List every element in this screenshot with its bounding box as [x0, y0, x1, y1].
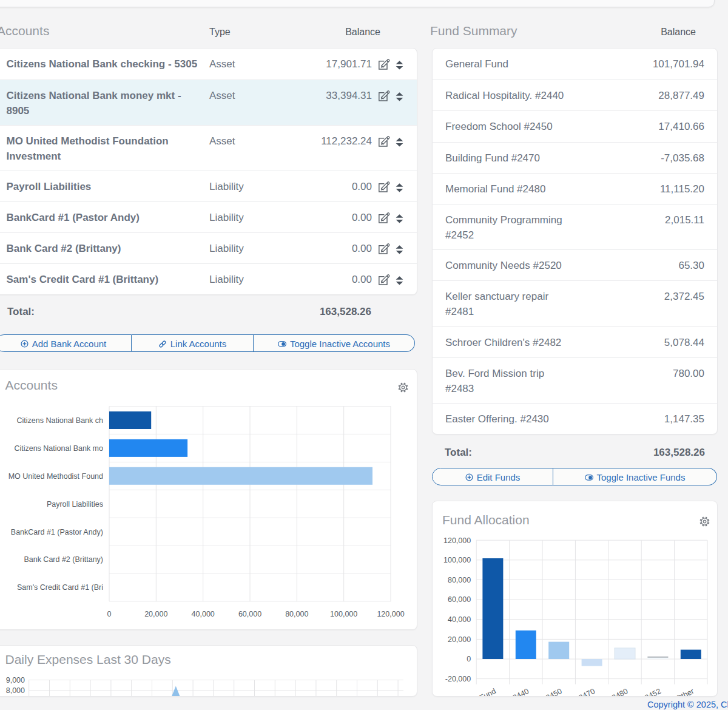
- svg-text:MO United Methodist Found: MO United Methodist Found: [8, 472, 103, 481]
- svg-text:120,000: 120,000: [377, 610, 404, 618]
- svg-text:9,000: 9,000: [6, 676, 25, 685]
- svg-text:Citizens National Bank mo: Citizens National Bank mo: [14, 444, 103, 453]
- svg-text:120,000: 120,000: [443, 536, 471, 545]
- svg-text:Bank Card #2 (Brittany): Bank Card #2 (Brittany): [24, 555, 103, 564]
- svg-text:Building Fund #2470: Building Fund #2470: [530, 687, 596, 697]
- svg-text:0: 0: [107, 610, 112, 618]
- svg-text:60,000: 60,000: [238, 610, 261, 618]
- svg-text:BankCard #1 (Pastor Andy): BankCard #1 (Pastor Andy): [11, 528, 103, 536]
- svg-text:20,000: 20,000: [448, 635, 471, 644]
- svg-text:Sam's Credit Card #1 (Bri: Sam's Credit Card #1 (Bri: [17, 583, 103, 592]
- svg-text:100,000: 100,000: [330, 610, 357, 618]
- svg-text:General Fund: General Fund: [452, 687, 497, 697]
- svg-text:-20,000: -20,000: [445, 675, 471, 683]
- svg-text:Citizens National Bank ch: Citizens National Bank ch: [17, 416, 103, 425]
- svg-text:Other: Other: [675, 687, 695, 697]
- svg-text:8,000: 8,000: [6, 686, 25, 695]
- svg-text:Payroll Liabilities: Payroll Liabilities: [47, 500, 103, 509]
- svg-text:20,000: 20,000: [144, 610, 167, 618]
- svg-text:40,000: 40,000: [192, 610, 215, 618]
- svg-text:80,000: 80,000: [448, 576, 471, 584]
- svg-text:40,000: 40,000: [448, 615, 471, 624]
- svg-text:0: 0: [467, 655, 471, 663]
- svg-text:60,000: 60,000: [448, 595, 471, 604]
- svg-text:80,000: 80,000: [285, 610, 308, 618]
- svg-text:100,000: 100,000: [443, 556, 471, 564]
